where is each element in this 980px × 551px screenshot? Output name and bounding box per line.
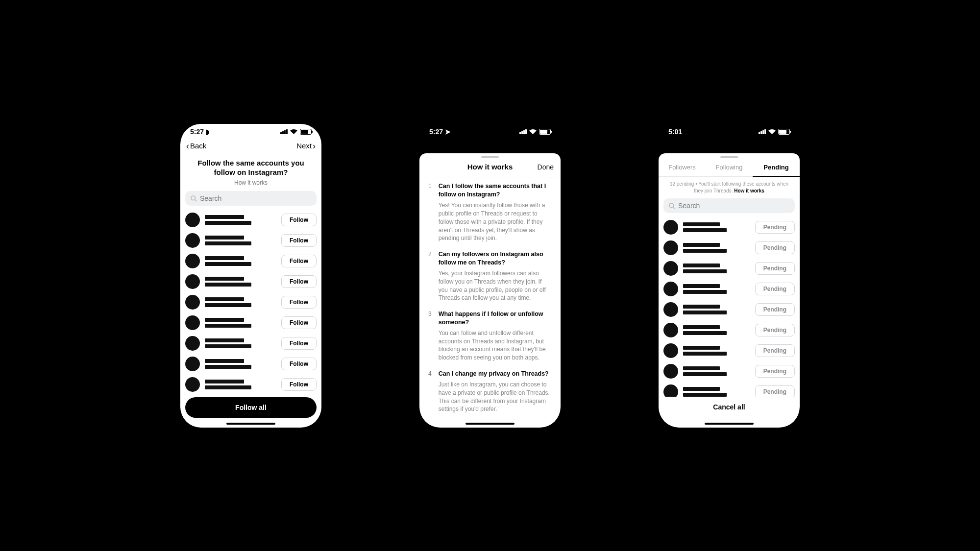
- list-item: Follow: [185, 230, 317, 251]
- avatar[interactable]: [185, 377, 200, 392]
- faq-number: 4: [428, 370, 432, 413]
- faq-number: 1: [428, 182, 432, 242]
- list-item: Pending: [663, 382, 795, 397]
- avatar[interactable]: [185, 274, 200, 289]
- avatar[interactable]: [663, 343, 678, 358]
- faq-question: Can I follow the same accounts that I fo…: [439, 182, 552, 199]
- list-item: Follow: [185, 292, 317, 312]
- avatar[interactable]: [185, 357, 200, 371]
- follow-button[interactable]: Follow: [281, 234, 317, 247]
- list-item: Pending: [663, 238, 795, 258]
- account-name-redacted: [683, 305, 750, 314]
- faq-number: 2: [428, 250, 432, 302]
- back-button[interactable]: ‹Back: [186, 142, 206, 150]
- follow-button[interactable]: Follow: [281, 275, 317, 288]
- avatar[interactable]: [663, 384, 678, 397]
- pending-button[interactable]: Pending: [755, 344, 795, 357]
- pending-button[interactable]: Pending: [755, 303, 795, 316]
- how-it-works-link[interactable]: How it works: [180, 179, 321, 191]
- avatar[interactable]: [663, 220, 678, 235]
- status-time: 5:01: [668, 128, 682, 136]
- tab-pending[interactable]: Pending: [753, 158, 800, 176]
- svg-line-1: [195, 199, 197, 201]
- battery-icon: [300, 129, 312, 135]
- list-item: Pending: [663, 258, 795, 279]
- avatar[interactable]: [185, 315, 200, 330]
- pending-button[interactable]: Pending: [755, 385, 795, 397]
- tab-following[interactable]: Following: [706, 158, 753, 176]
- account-name-redacted: [683, 243, 750, 253]
- screen-follow-accounts: 5:27 ◗ ‹Back Next› Follow the same accou…: [180, 124, 321, 428]
- follow-button[interactable]: Follow: [281, 296, 317, 309]
- pending-button[interactable]: Pending: [755, 221, 795, 234]
- follow-button[interactable]: Follow: [281, 316, 317, 329]
- status-bar: 5:27 ➤: [419, 124, 561, 136]
- battery-icon: [778, 129, 790, 135]
- nav-bar: ‹Back Next›: [180, 138, 321, 154]
- faq-item: 2Can my followers on Instagram also foll…: [428, 250, 552, 302]
- battery-icon: [539, 129, 551, 135]
- list-item: Follow: [185, 312, 317, 333]
- cancel-all-button[interactable]: Cancel all: [663, 397, 795, 417]
- account-name-redacted: [205, 380, 276, 389]
- search-input[interactable]: [185, 191, 317, 206]
- chevron-left-icon: ‹: [186, 142, 189, 150]
- search-field[interactable]: [678, 202, 790, 210]
- done-button[interactable]: Done: [538, 163, 554, 171]
- faq-item: 4Can I change my privacy on Threads?Just…: [428, 370, 552, 413]
- status-time: 5:27: [429, 128, 443, 136]
- pending-button[interactable]: Pending: [755, 283, 795, 295]
- list-item: Follow: [185, 271, 317, 292]
- follow-button[interactable]: Follow: [281, 255, 317, 267]
- search-field[interactable]: [200, 194, 312, 202]
- sheet-header: How it works Done: [419, 158, 561, 177]
- list-item: Pending: [663, 340, 795, 361]
- wifi-icon: [768, 129, 776, 134]
- avatar[interactable]: [185, 233, 200, 248]
- account-name-redacted: [683, 325, 750, 335]
- faq-answer: Yes, your Instagram followers can also f…: [439, 269, 552, 302]
- how-it-works-link[interactable]: How it works: [734, 188, 764, 193]
- tab-followers[interactable]: Followers: [659, 158, 706, 176]
- cellular-icon: [759, 129, 766, 134]
- pending-button[interactable]: Pending: [755, 241, 795, 254]
- search-icon: [668, 202, 675, 209]
- avatar[interactable]: [663, 302, 678, 317]
- avatar[interactable]: [663, 282, 678, 296]
- home-indicator: [466, 423, 514, 425]
- list-item: Pending: [663, 279, 795, 299]
- avatar[interactable]: [185, 295, 200, 310]
- follow-button[interactable]: Follow: [281, 358, 317, 370]
- search-icon: [190, 195, 197, 202]
- follow-all-button[interactable]: Follow all: [185, 397, 317, 418]
- account-name-redacted: [205, 338, 276, 348]
- search-input[interactable]: [663, 198, 795, 213]
- avatar[interactable]: [663, 323, 678, 337]
- account-name-redacted: [205, 256, 276, 266]
- follow-button[interactable]: Follow: [281, 378, 317, 391]
- pending-button[interactable]: Pending: [755, 324, 795, 336]
- wifi-icon: [529, 129, 537, 134]
- avatar[interactable]: [663, 240, 678, 255]
- account-name-redacted: [205, 277, 276, 287]
- pending-button[interactable]: Pending: [755, 262, 795, 275]
- account-list: FollowFollowFollowFollowFollowFollowFoll…: [180, 210, 321, 392]
- moon-icon: ◗: [206, 128, 209, 136]
- pending-list: PendingPendingPendingPendingPendingPendi…: [659, 217, 800, 397]
- avatar[interactable]: [185, 213, 200, 227]
- follow-button[interactable]: Follow: [281, 337, 317, 350]
- account-name-redacted: [683, 387, 750, 397]
- avatar[interactable]: [663, 261, 678, 276]
- pending-button[interactable]: Pending: [755, 365, 795, 378]
- status-bar: 5:27 ◗: [180, 124, 321, 138]
- page-title: Follow the same accounts you follow on I…: [180, 154, 321, 179]
- avatar[interactable]: [663, 364, 678, 379]
- status-bar: 5:01: [659, 124, 800, 136]
- account-name-redacted: [683, 264, 750, 273]
- avatar[interactable]: [185, 336, 200, 351]
- next-button[interactable]: Next›: [296, 142, 316, 150]
- faq-answer: Just like on Instagram, you can choose t…: [439, 381, 552, 413]
- avatar[interactable]: [185, 254, 200, 268]
- follow-button[interactable]: Follow: [281, 214, 317, 226]
- faq-item: 3What happens if I follow or unfollow so…: [428, 310, 552, 362]
